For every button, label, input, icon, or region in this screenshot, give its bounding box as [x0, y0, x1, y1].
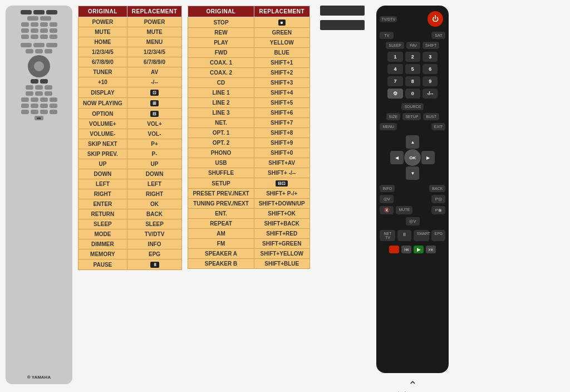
info-btn[interactable]: INFO — [380, 185, 395, 192]
num-3[interactable]: 3 — [422, 52, 438, 62]
original-cell: MUTE — [78, 27, 127, 37]
replacement-cell: SHIFT+1 — [254, 58, 309, 68]
menu-btn[interactable]: MENU — [380, 123, 397, 130]
num-1[interactable]: 1 — [387, 52, 402, 62]
bust-btn[interactable]: BUST — [423, 113, 439, 120]
ok-button[interactable]: OK — [404, 149, 421, 166]
remote-btn — [45, 91, 52, 96]
table-row: VOLUME+VOL+ — [78, 119, 182, 129]
num-0[interactable]: 0 — [405, 89, 420, 99]
replacement-cell: MENU — [127, 37, 182, 47]
original-cell: DOWN — [78, 169, 127, 179]
net-tv-btn[interactable]: NET TV — [380, 230, 395, 241]
page-down-btn[interactable]: P◉ — [431, 206, 445, 214]
num-9[interactable]: 9 — [422, 76, 438, 86]
original-cell: LINE 3 — [188, 108, 254, 118]
table-row: NET.SHIFT+7 — [188, 118, 309, 128]
dpad-right[interactable]: ▶ — [421, 151, 435, 164]
num-5[interactable]: 5 — [405, 64, 420, 74]
dpad-up[interactable]: ▲ — [406, 135, 419, 149]
table-row: LEFTLEFT — [78, 179, 182, 189]
remote-btn — [31, 110, 38, 114]
vol-down-btn[interactable]: ◎V — [380, 195, 394, 203]
original-cell: +10 — [78, 77, 127, 87]
replacement-cell: SLEEP — [127, 219, 182, 229]
table-row: COAX. 1SHIFT+1 — [188, 58, 309, 68]
sleep-btn[interactable]: SLEEP — [386, 42, 404, 49]
replacement-cell: UP — [127, 159, 182, 169]
yamaha-logo: ® YAMAHA — [27, 375, 51, 380]
shift-btn[interactable]: SHIFT — [422, 42, 439, 49]
sat-btn[interactable]: SAT — [431, 32, 445, 39]
original-cell: LEFT — [78, 179, 127, 189]
replacement-cell: EPG — [127, 249, 182, 259]
dpad-left[interactable]: ◀ — [390, 151, 404, 164]
table-row: ENT.SHIFT+OK — [188, 209, 309, 219]
replacement-cell: SHIFT+8 — [254, 128, 309, 138]
replacement-cell: ■ — [254, 17, 309, 28]
remote-btn — [45, 49, 52, 53]
rew-btn[interactable]: ⏮ — [401, 246, 411, 253]
dpad-down[interactable]: ▼ — [406, 166, 419, 180]
fav-btn[interactable]: FAV — [406, 42, 420, 49]
table-row: PAUSE⏸ — [78, 259, 182, 270]
epg-btn[interactable]: EPG — [431, 230, 445, 241]
original-cell: STOP — [188, 17, 254, 28]
remote-btn — [21, 110, 29, 114]
table-row: MUTEMUTE — [78, 27, 182, 37]
num-4[interactable]: 4 — [387, 64, 402, 74]
red-btn[interactable] — [389, 246, 399, 253]
dash-btn[interactable]: -/-- — [422, 89, 438, 99]
replacement-cell: SHIFT+OK — [254, 209, 309, 219]
pause-btn[interactable]: ⏸ — [397, 230, 411, 241]
replacement-cell: RIGHT — [127, 189, 182, 199]
remote-btn — [31, 35, 38, 39]
mute-btn[interactable]: MUTE — [396, 206, 412, 214]
exit-btn[interactable]: EXIT — [431, 123, 446, 130]
left-table-header-original: ORIGINAL — [78, 6, 127, 17]
table-row: RIGHTRIGHT — [78, 189, 182, 199]
remote-btn — [40, 35, 48, 39]
original-cell: VOLUME+ — [78, 119, 127, 129]
fwd-btn[interactable]: ⏭ — [426, 246, 436, 253]
power-button[interactable]: ⏻ — [428, 11, 443, 27]
setup-btn[interactable]: SETUP — [402, 113, 421, 120]
tvdtv-btn[interactable]: TV/DTV — [380, 16, 397, 22]
yamaha-remote: ■■ ® YAMAHA — [6, 6, 72, 384]
replacement-cell: DOWN — [127, 169, 182, 179]
table-row: DISPLAY⊡ — [78, 87, 182, 98]
page-up-btn[interactable]: P◎ — [431, 195, 445, 203]
original-cell: FWD — [188, 48, 254, 58]
table-row: SPEAKER BSHIFT+BLUE — [188, 259, 309, 269]
remote-btn — [40, 104, 48, 108]
remote-btn — [40, 22, 48, 27]
table-row: LINE 3SHIFT+6 — [188, 108, 309, 118]
remote-btn — [40, 97, 48, 102]
replacement-cell: SHIFT+9 — [254, 138, 309, 148]
play-btn[interactable]: ▶ — [414, 246, 424, 253]
remote-btn — [35, 91, 43, 96]
smart-btn[interactable]: SMART — [414, 230, 429, 241]
size-btn[interactable]: SIZE — [386, 113, 401, 120]
num-7[interactable]: 7 — [387, 76, 402, 86]
right-table-header-replacement: REPLACEMENT — [254, 6, 309, 17]
replacement-cell: VOL+ — [127, 119, 182, 129]
back-btn[interactable]: BACK — [429, 185, 445, 192]
mute-icon-btn[interactable]: 🔇 — [380, 206, 394, 214]
arrow-icon: ⌃ — [375, 379, 451, 392]
table-row: SKIP PREV.P- — [78, 149, 182, 159]
eq-bar-top — [320, 6, 365, 16]
source-btn[interactable]: SOURCE — [401, 103, 424, 110]
replacement-cell: SHIFT+5 — [254, 98, 309, 108]
tv-btn[interactable]: TV — [380, 32, 394, 39]
replacement-remote: TV/DTV ⏻ TV SAT SLEEP FAV SHIFT 1 2 3 4 … — [376, 6, 449, 373]
table-row: OPTION⊟ — [78, 109, 182, 119]
original-cell: COAX. 2 — [188, 68, 254, 78]
num-8[interactable]: 8 — [405, 76, 420, 86]
num-0-left[interactable]: ⚙ — [387, 89, 402, 99]
num-2[interactable]: 2 — [405, 52, 420, 62]
eq-bar-bottom — [320, 20, 365, 30]
num-6[interactable]: 6 — [422, 64, 438, 74]
remote-btn — [35, 85, 43, 90]
vol-up-btn[interactable]: ◎V — [406, 217, 420, 226]
